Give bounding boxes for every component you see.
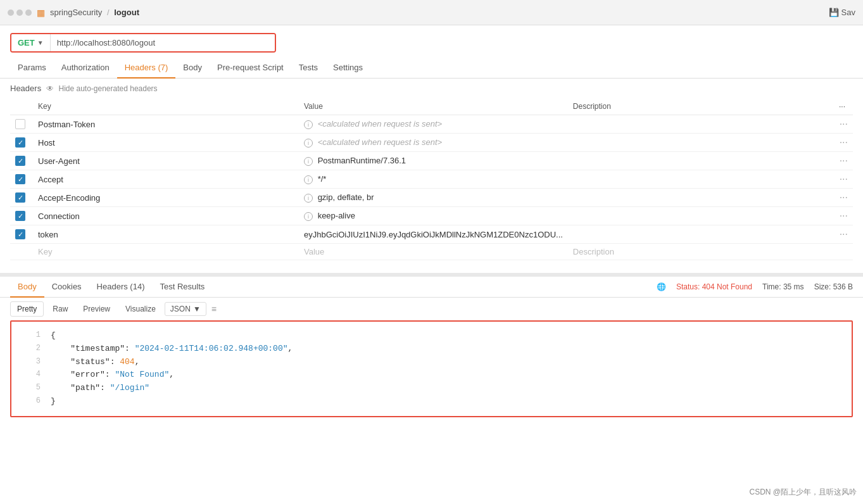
headers-table: Key Value Description ··· Postman-Token … <box>10 98 853 260</box>
col-header-more: ··· <box>834 98 853 115</box>
method-selector[interactable]: GET ▼ <box>11 34 51 51</box>
format-tab-pretty[interactable]: Pretty <box>10 301 44 317</box>
window-controls <box>8 9 32 16</box>
wrap-icon[interactable]: ≡ <box>211 304 217 314</box>
row-checkbox[interactable]: ✓ <box>15 192 25 203</box>
tab-settings[interactable]: Settings <box>325 58 370 79</box>
dot1 <box>8 9 14 16</box>
hide-auto-headers[interactable]: 👁 Hide auto-generated headers <box>46 84 157 93</box>
row-checkbox[interactable]: ✓ <box>15 174 25 184</box>
save-icon: 💾 <box>829 8 839 17</box>
request-tabs: Params Authorization Headers (7) Body Pr… <box>0 58 863 79</box>
more-options[interactable]: ··· <box>834 225 853 244</box>
format-tabs: Pretty Raw Preview Visualize JSON ▼ ≡ <box>0 298 863 320</box>
desc-cell <box>568 207 834 225</box>
more-options[interactable]: ··· <box>834 207 853 225</box>
code-line: 5 "path": "/login" <box>22 382 841 395</box>
url-section: GET ▼ <box>0 25 863 53</box>
table-row: ✓ Accept i */* ··· <box>10 170 853 189</box>
info-icon[interactable]: i <box>304 194 313 203</box>
more-options[interactable]: ··· <box>834 115 853 134</box>
info-icon[interactable]: i <box>304 175 313 184</box>
info-icon[interactable]: i <box>304 120 313 129</box>
response-tab-cookies[interactable]: Cookies <box>44 277 89 298</box>
desc-cell <box>568 152 834 170</box>
key-cell: Connection <box>38 211 80 221</box>
format-tab-preview[interactable]: Preview <box>77 302 117 316</box>
format-tab-visualize[interactable]: Visualize <box>119 302 162 316</box>
globe-icon: 🌐 <box>657 282 666 291</box>
placeholder-desc: Description <box>568 244 834 260</box>
value-cell: PostmanRuntime/7.36.1 <box>318 156 406 165</box>
table-row-placeholder: Key Value Description <box>10 244 853 260</box>
top-bar: ▦ springSecurity / logout 💾 Sav <box>0 0 863 25</box>
app-icon: ▦ <box>37 8 45 18</box>
response-tab-headers[interactable]: Headers (14) <box>89 277 153 298</box>
response-tabs: Body Cookies Headers (14) Test Results <box>0 277 222 297</box>
desc-cell <box>568 170 834 189</box>
response-body-box: 1 { 2 "timestamp": "2024-02-11T14:06:02.… <box>10 320 853 417</box>
url-bar: GET ▼ <box>10 33 276 53</box>
tab-headers[interactable]: Headers (7) <box>117 58 176 79</box>
tab-tests[interactable]: Tests <box>291 58 325 79</box>
code-line: 1 { <box>22 329 841 343</box>
response-tab-test-results[interactable]: Test Results <box>152 277 212 298</box>
value-cell: */* <box>318 174 327 184</box>
headers-section-header: Headers 👁 Hide auto-generated headers <box>10 79 853 98</box>
table-row: ✓ Connection i keep-alive ··· <box>10 207 853 225</box>
response-area: Body Cookies Headers (14) Test Results 🌐… <box>0 273 863 417</box>
format-tab-raw[interactable]: Raw <box>46 302 74 316</box>
row-checkbox[interactable]: ✓ <box>15 156 25 166</box>
tab-body[interactable]: Body <box>175 58 210 79</box>
value-cell: <calculated when request is sent> <box>318 119 443 129</box>
more-options[interactable]: ··· <box>834 134 853 152</box>
response-status-bar: 🌐 Status: 404 Not Found Time: 35 ms Size… <box>646 279 863 295</box>
row-checkbox[interactable] <box>15 119 25 129</box>
col-header-key: Key <box>33 98 299 115</box>
key-cell: Accept <box>38 175 63 184</box>
info-icon[interactable]: i <box>304 212 313 221</box>
table-row: ✓ token eyJhbGciOiJIUzI1NiJ9.eyJqdGkiOiJ… <box>10 225 853 244</box>
eye-icon: 👁 <box>46 84 54 93</box>
table-row: Postman-Token i <calculated when request… <box>10 115 853 134</box>
row-checkbox[interactable]: ✓ <box>15 137 25 148</box>
url-input[interactable] <box>51 34 275 51</box>
row-checkbox[interactable]: ✓ <box>15 211 25 221</box>
placeholder-value: Value <box>299 244 568 260</box>
row-checkbox[interactable]: ✓ <box>15 229 25 239</box>
col-header-value: Value <box>299 98 568 115</box>
more-options[interactable]: ··· <box>834 152 853 170</box>
tab-authorization[interactable]: Authorization <box>54 58 117 79</box>
key-cell: Postman-Token <box>38 120 95 129</box>
placeholder-key: Key <box>33 244 299 260</box>
key-cell: Accept-Encoding <box>38 193 100 203</box>
value-cell: <calculated when request is sent> <box>318 137 443 147</box>
code-line: 3 "status": 404, <box>22 356 841 369</box>
breadcrumb: springSecurity / logout <box>50 8 139 17</box>
code-line: 2 "timestamp": "2024-02-11T14:06:02.948+… <box>22 343 841 356</box>
code-line: 6 } <box>22 395 841 408</box>
chevron-down-icon: ▼ <box>193 305 201 313</box>
col-header-desc: Description <box>568 98 834 115</box>
status-code: Status: 404 Not Found <box>676 282 752 291</box>
info-icon[interactable]: i <box>304 157 313 166</box>
info-icon[interactable]: i <box>304 139 313 148</box>
format-type-selector[interactable]: JSON ▼ <box>165 302 206 316</box>
more-options[interactable]: ··· <box>834 170 853 189</box>
more-options[interactable]: ··· <box>834 189 853 207</box>
response-size: Size: 536 B <box>814 282 853 291</box>
tab-params[interactable]: Params <box>10 58 54 79</box>
headers-section: Headers 👁 Hide auto-generated headers Ke… <box>0 79 863 260</box>
dot3 <box>25 9 32 16</box>
tab-pre-request[interactable]: Pre-request Script <box>210 58 291 79</box>
response-tab-body[interactable]: Body <box>10 277 44 298</box>
key-cell: User-Agent <box>38 156 80 166</box>
save-button[interactable]: 💾 Sav <box>829 8 855 17</box>
key-cell: Host <box>38 138 55 148</box>
csdn-watermark: CSDN @陌上少年，且听这风吟 <box>749 487 857 498</box>
key-cell: token <box>38 230 58 239</box>
desc-cell <box>568 134 834 152</box>
dot2 <box>16 9 23 16</box>
value-cell: eyJhbGciOiJIUzI1NiJ9.eyJqdGkiOiJkMDllNzJ… <box>304 230 563 239</box>
value-cell: keep-alive <box>318 211 355 220</box>
